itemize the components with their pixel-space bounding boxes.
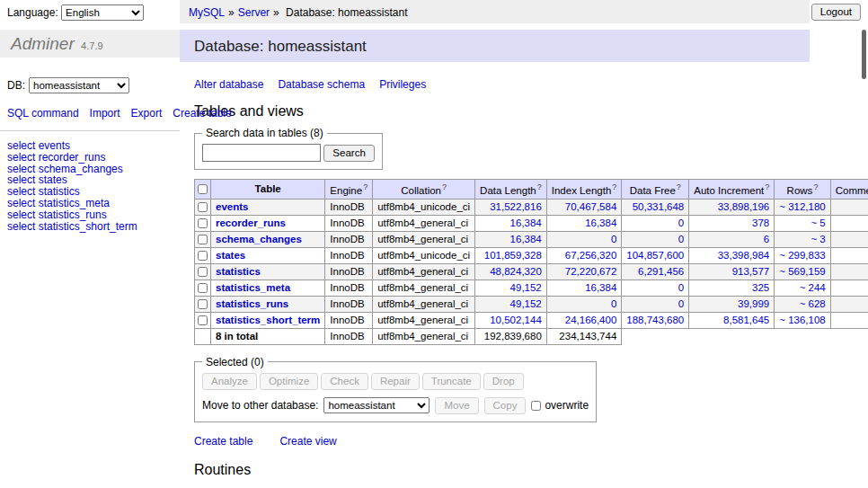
index-length-link[interactable]: 16,384 — [585, 282, 616, 293]
row-select-checkbox[interactable] — [198, 235, 208, 244]
data-length-link[interactable]: 49,152 — [510, 282, 542, 293]
data-free-link[interactable]: 104,857,600 — [626, 250, 684, 261]
help-link[interactable]: ? — [442, 182, 447, 191]
collation-cell: utf8mb4_general_ci — [373, 215, 475, 231]
logout-button[interactable]: Logout — [811, 4, 861, 21]
bulk-action-button[interactable]: Check — [321, 373, 368, 390]
index-length-link[interactable]: 72,220,672 — [565, 266, 617, 277]
sidebar-table-link[interactable]: select statistics_short_term — [7, 220, 137, 233]
row-select-checkbox[interactable] — [198, 218, 208, 228]
row-select-checkbox[interactable] — [198, 315, 208, 325]
overwrite-checkbox[interactable] — [531, 401, 541, 411]
sidebar-action-link[interactable]: Export — [131, 107, 163, 120]
table-name-link[interactable]: statistics_meta — [216, 282, 290, 293]
db-select[interactable]: homeassistant — [29, 77, 129, 93]
rows-count-link[interactable]: ~ 244 — [800, 282, 826, 293]
adminer-logo[interactable]: Adminer — [11, 34, 75, 53]
rows-count-link[interactable]: ~ 312,180 — [779, 201, 825, 212]
help-link[interactable]: ? — [813, 182, 818, 191]
help-link[interactable]: ? — [765, 182, 769, 191]
data-free-link[interactable]: 188,743,680 — [626, 315, 684, 325]
rows-count-link[interactable]: ~ 569,159 — [779, 266, 825, 277]
help-link[interactable]: ? — [363, 182, 368, 191]
bulk-action-button[interactable]: Repair — [371, 373, 420, 390]
sidebar-action-link[interactable]: Import — [90, 107, 120, 120]
move-db-select[interactable]: homeassistant — [323, 397, 430, 413]
table-name-link[interactable]: statistics_short_term — [216, 315, 320, 325]
move-button[interactable]: Move — [435, 397, 478, 414]
rows-count-link[interactable]: ~ 3 — [810, 234, 825, 244]
data-length-link[interactable]: 10,502,144 — [490, 315, 542, 325]
create-link[interactable]: Create table — [194, 435, 252, 448]
data-free-link[interactable]: 0 — [678, 298, 684, 309]
index-length-link[interactable]: 16,384 — [585, 217, 616, 228]
help-link[interactable]: ? — [537, 182, 542, 191]
breadcrumb-link[interactable]: MySQL — [189, 6, 225, 19]
data-free-link[interactable]: 50,331,648 — [633, 201, 685, 212]
index-length-link[interactable]: 0 — [611, 298, 616, 309]
auto-increment-link[interactable]: 39,999 — [738, 298, 769, 309]
select-all-checkbox[interactable] — [198, 184, 208, 194]
row-select-checkbox[interactable] — [198, 283, 208, 293]
data-free-link[interactable]: 0 — [678, 234, 684, 244]
breadcrumb-link[interactable]: Server — [238, 6, 270, 19]
table-name-link[interactable]: statistics — [216, 266, 261, 277]
table-name-link[interactable]: events — [216, 201, 248, 212]
bulk-action-button[interactable]: Truncate — [422, 373, 481, 390]
table-name-link[interactable]: schema_changes — [216, 234, 302, 244]
rows-count-link[interactable]: ~ 628 — [800, 298, 826, 309]
index-length-link[interactable]: 24,166,400 — [565, 315, 617, 325]
table-name-link[interactable]: statistics_runs — [216, 298, 288, 309]
auto-increment-link[interactable]: 33,898,196 — [718, 201, 770, 212]
create-link[interactable]: Create view — [279, 435, 336, 448]
sidebar-action-link[interactable]: SQL command — [7, 107, 79, 120]
auto-increment-link[interactable]: 378 — [752, 217, 769, 228]
index-length-link[interactable]: 0 — [611, 234, 616, 244]
help-link[interactable]: ? — [612, 182, 616, 191]
rows-count-link[interactable]: ~ 136,108 — [779, 315, 825, 325]
auto-increment-link[interactable]: 325 — [752, 282, 769, 293]
index-length-link[interactable]: 67,256,320 — [565, 250, 617, 261]
row-select-checkbox[interactable] — [198, 202, 208, 212]
data-length-link[interactable]: 16,384 — [510, 217, 542, 228]
row-select-checkbox[interactable] — [198, 299, 208, 309]
total-label: 8 in total — [211, 328, 325, 344]
copy-button[interactable]: Copy — [484, 397, 527, 414]
table-name-link[interactable]: recorder_runs — [216, 217, 286, 228]
data-free-link[interactable]: 0 — [678, 217, 684, 228]
tables-table: Table Engine? Collation? Data Length? In… — [194, 179, 868, 345]
table-name-link[interactable]: states — [216, 250, 245, 261]
data-length-link[interactable]: 48,824,320 — [490, 266, 542, 277]
table-row: events InnoDB utf8mb4_unicode_ci 31,522,… — [195, 199, 868, 215]
data-free-link[interactable]: 0 — [678, 282, 684, 293]
row-select-checkbox[interactable] — [198, 251, 208, 261]
bulk-action-button[interactable]: Analyze — [202, 373, 257, 390]
db-action-link[interactable]: Database schema — [278, 78, 365, 91]
db-action-link[interactable]: Alter database — [194, 78, 263, 91]
auto-increment-link[interactable]: 8,581,645 — [723, 315, 769, 325]
search-button[interactable]: Search — [323, 145, 374, 162]
index-length-link[interactable]: 70,467,584 — [565, 201, 617, 212]
row-select-checkbox[interactable] — [198, 267, 208, 277]
scrollbar-thumb[interactable] — [862, 30, 866, 79]
bulk-action-button[interactable]: Optimize — [260, 373, 318, 390]
data-length-link[interactable]: 31,522,816 — [490, 201, 542, 212]
data-free-link[interactable]: 6,291,456 — [638, 266, 684, 277]
auto-increment-link[interactable]: 913,577 — [732, 266, 770, 277]
sidebar-table-item: select statistics_short_term — [7, 221, 171, 233]
rows-count-link[interactable]: ~ 299,833 — [779, 250, 825, 261]
auto-increment-link[interactable]: 33,398,984 — [718, 250, 770, 261]
comment-cell — [830, 263, 868, 279]
data-length-link[interactable]: 101,859,328 — [484, 250, 542, 261]
data-length-link[interactable]: 16,384 — [510, 234, 542, 244]
data-length-link[interactable]: 49,152 — [510, 298, 542, 309]
sidebar-action-link[interactable]: Create table — [173, 107, 231, 120]
language-select[interactable]: English — [61, 4, 144, 21]
rows-count-link[interactable]: ~ 5 — [810, 217, 825, 228]
search-input[interactable] — [202, 144, 321, 162]
auto-increment-link[interactable]: 6 — [764, 234, 769, 244]
db-action-link[interactable]: Privileges — [379, 78, 426, 91]
help-link[interactable]: ? — [677, 182, 681, 191]
routines-heading: Routines — [194, 462, 868, 478]
bulk-action-button[interactable]: Drop — [483, 373, 524, 390]
